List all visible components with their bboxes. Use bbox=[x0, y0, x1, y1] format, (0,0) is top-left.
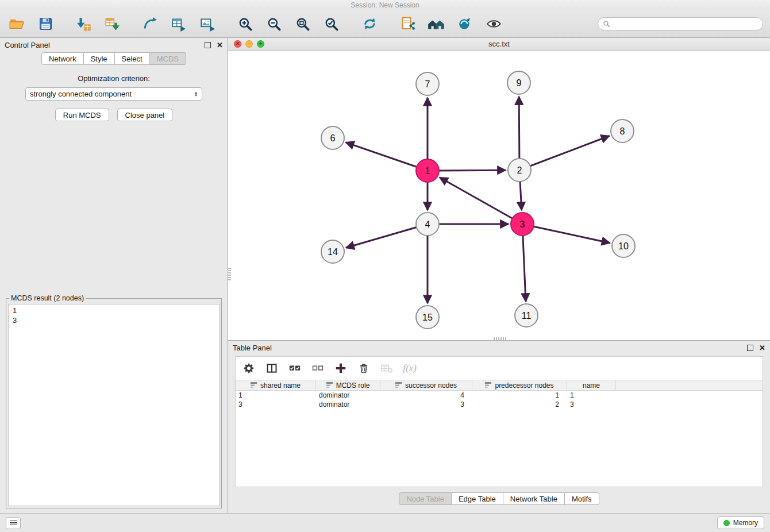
status-bar: Memory bbox=[0, 513, 770, 532]
column-header-name[interactable]: name bbox=[567, 380, 616, 390]
table-row[interactable]: 3dominator323 bbox=[236, 400, 763, 409]
graph-node-label: 8 bbox=[620, 126, 625, 136]
apply-style-icon[interactable] bbox=[455, 14, 475, 34]
graph-node-label: 3 bbox=[520, 219, 525, 229]
clone-network-icon[interactable] bbox=[398, 14, 417, 34]
table-cell[interactable]: 1 bbox=[472, 391, 567, 399]
sort-icon bbox=[326, 382, 333, 388]
table-cell[interactable]: dominator bbox=[316, 400, 380, 408]
column-header-predecessor-nodes[interactable]: predecessor nodes bbox=[472, 380, 567, 390]
graph-node-label: 15 bbox=[422, 313, 433, 322]
column-header-successor-nodes[interactable]: successor nodes bbox=[380, 380, 472, 390]
table-row[interactable]: 1dominator411 bbox=[236, 391, 763, 400]
graph-edge-1-6[interactable] bbox=[346, 142, 428, 171]
table-toolbar: f(x) bbox=[236, 357, 763, 380]
close-panel-button[interactable]: Close panel bbox=[117, 109, 173, 121]
graph-edge-3-10[interactable] bbox=[522, 224, 610, 243]
float-table-panel-icon[interactable] bbox=[747, 345, 753, 351]
application-window: Session: New Session bbox=[0, 0, 770, 532]
table-cell[interactable]: 1 bbox=[567, 391, 616, 399]
panel-grip-vertical[interactable] bbox=[228, 268, 231, 280]
table-cell[interactable]: 3 bbox=[236, 400, 316, 408]
tab-node-table[interactable]: Node Table bbox=[399, 492, 452, 505]
deselect-all-icon[interactable] bbox=[310, 361, 325, 376]
toolbar-search[interactable] bbox=[598, 17, 763, 30]
graph-edge-2-8[interactable] bbox=[519, 136, 610, 170]
float-panel-icon[interactable] bbox=[205, 42, 211, 48]
zoom-in-icon[interactable] bbox=[236, 14, 255, 34]
table-body: 1dominator4113dominator323 bbox=[236, 391, 763, 409]
save-session-icon[interactable] bbox=[36, 14, 55, 34]
home-view-icon[interactable] bbox=[426, 14, 446, 34]
maximize-window-icon[interactable]: + bbox=[257, 40, 264, 48]
mcds-result-line: 3 bbox=[13, 315, 215, 325]
new-network-icon[interactable] bbox=[140, 14, 160, 34]
column-header-shared-name[interactable]: shared name bbox=[236, 380, 316, 390]
show-hide-eye-icon[interactable] bbox=[484, 14, 503, 34]
tab-mcds[interactable]: MCDS bbox=[150, 52, 186, 65]
close-panel-icon[interactable]: ✕ bbox=[217, 42, 223, 48]
zoom-selected-icon[interactable] bbox=[322, 14, 341, 34]
memory-status-icon bbox=[723, 520, 730, 526]
column-header-mcds-role[interactable]: MCDS role bbox=[316, 380, 380, 390]
table-cell[interactable]: 1 bbox=[236, 391, 316, 399]
table-cell[interactable]: 3 bbox=[567, 400, 616, 408]
toolbar-search-input[interactable] bbox=[610, 20, 758, 28]
delete-table-icon[interactable] bbox=[379, 361, 394, 376]
control-panel-tabs: Network Style Select MCDS bbox=[0, 52, 228, 65]
table-cell[interactable]: 4 bbox=[380, 391, 472, 399]
column-label: successor nodes bbox=[405, 381, 457, 390]
split-view-icon[interactable] bbox=[264, 361, 279, 376]
graph-edge-4-14[interactable] bbox=[346, 224, 428, 248]
minimize-window-icon[interactable]: – bbox=[245, 40, 253, 48]
tab-network-table[interactable]: Network Table bbox=[503, 492, 565, 505]
network-canvas[interactable]: 7968124314101511 bbox=[228, 51, 770, 340]
tab-network[interactable]: Network bbox=[41, 52, 84, 65]
network-view-window: ✕ – + scc.txt 7968124314101511 bbox=[228, 38, 770, 341]
table-cell[interactable]: 2 bbox=[472, 400, 567, 408]
graph-node-label: 14 bbox=[328, 247, 338, 257]
network-window-title: scc.txt bbox=[488, 40, 510, 48]
mcds-result-title: MCDS result (2 nodes) bbox=[9, 294, 86, 302]
column-label: MCDS role bbox=[336, 381, 370, 390]
import-network-icon[interactable] bbox=[74, 14, 93, 34]
tab-motifs[interactable]: Motifs bbox=[565, 492, 599, 505]
add-column-icon[interactable] bbox=[333, 361, 348, 376]
main-toolbar bbox=[0, 10, 770, 38]
panel-grip-horizontal[interactable] bbox=[494, 337, 506, 340]
export-image-icon[interactable] bbox=[198, 14, 217, 34]
column-label: name bbox=[583, 381, 600, 390]
tab-style[interactable]: Style bbox=[84, 52, 115, 65]
run-mcds-button[interactable]: Run MCDS bbox=[55, 109, 109, 121]
zoom-fit-icon[interactable] bbox=[293, 14, 313, 34]
function-builder-icon[interactable]: f(x) bbox=[402, 361, 417, 376]
refresh-layout-icon[interactable] bbox=[360, 14, 379, 34]
close-window-icon[interactable]: ✕ bbox=[234, 40, 241, 48]
task-history-icon[interactable] bbox=[6, 517, 21, 529]
close-table-panel-icon[interactable]: ✕ bbox=[759, 345, 765, 351]
graph-edge-3-1[interactable] bbox=[440, 178, 522, 224]
gear-icon[interactable] bbox=[241, 361, 256, 376]
table-header-row: shared name MCDS role successor nodes bbox=[236, 380, 763, 391]
control-panel: Control Panel ✕ Network Style Select MCD… bbox=[0, 38, 228, 513]
table-cell[interactable]: 3 bbox=[380, 400, 472, 408]
zoom-out-icon[interactable] bbox=[264, 14, 284, 34]
optimization-criterion-label: Optimization criterion: bbox=[0, 74, 228, 83]
mcds-result-list[interactable]: 1 3 bbox=[8, 304, 220, 506]
delete-column-icon[interactable] bbox=[356, 361, 371, 376]
tab-select[interactable]: Select bbox=[115, 52, 150, 65]
window-titlebar: Session: New Session bbox=[0, 0, 770, 10]
select-all-icon[interactable] bbox=[287, 361, 302, 376]
graph-node-label: 1 bbox=[425, 166, 430, 176]
table-panel-header: Table Panel ✕ bbox=[228, 341, 770, 355]
network-from-table-icon[interactable] bbox=[169, 14, 188, 34]
memory-button[interactable]: Memory bbox=[717, 516, 764, 529]
mcds-result-line: 1 bbox=[13, 306, 215, 315]
tab-edge-table[interactable]: Edge Table bbox=[452, 492, 503, 505]
table-panel-tabs: Node Table Edge Table Network Table Moti… bbox=[399, 492, 599, 505]
column-label: predecessor nodes bbox=[495, 381, 553, 390]
optimization-criterion-select[interactable]: strongly connected component ▲▼ bbox=[25, 87, 202, 101]
open-session-icon[interactable] bbox=[7, 14, 26, 34]
table-cell[interactable]: dominator bbox=[316, 391, 380, 399]
import-table-icon[interactable] bbox=[102, 14, 122, 34]
